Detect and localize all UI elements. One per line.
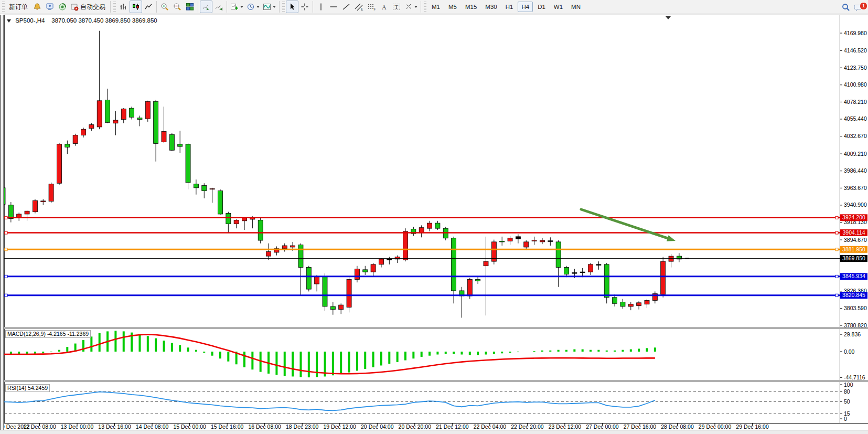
zoom-out-icon bbox=[173, 3, 181, 11]
market-watch-button[interactable] bbox=[44, 1, 56, 13]
svg-text:16 Dec 08:00: 16 Dec 08:00 bbox=[248, 424, 281, 430]
zoom-out-button[interactable] bbox=[171, 1, 184, 13]
new-chart-button[interactable] bbox=[229, 1, 245, 13]
svg-text:28 Dec 08:00: 28 Dec 08:00 bbox=[661, 424, 694, 430]
channel-icon: E bbox=[355, 3, 363, 11]
status-strip bbox=[0, 430, 868, 434]
svg-text:4100.980: 4100.980 bbox=[844, 81, 867, 88]
trendline-button[interactable] bbox=[340, 1, 352, 13]
toolbar-separator bbox=[279, 1, 280, 13]
svg-text:3904.114: 3904.114 bbox=[842, 229, 865, 236]
tile-windows-icon bbox=[186, 3, 194, 11]
period-button-H1[interactable]: H1 bbox=[502, 2, 517, 12]
indicators-icon bbox=[263, 3, 271, 11]
chart-menu-triangle-icon[interactable] bbox=[7, 19, 11, 23]
new-order-label: 新订单 bbox=[7, 3, 29, 12]
period-button-MN[interactable]: MN bbox=[567, 2, 584, 12]
period-button-M1[interactable]: M1 bbox=[428, 2, 444, 12]
chevron-down-icon bbox=[414, 6, 417, 8]
alert-button[interactable] bbox=[31, 1, 44, 13]
svg-text:29 Dec 16:00: 29 Dec 16:00 bbox=[736, 424, 769, 430]
svg-text:3986.440: 3986.440 bbox=[844, 167, 867, 174]
svg-text:22 Dec 20:00: 22 Dec 20:00 bbox=[511, 424, 544, 430]
navigator-button[interactable] bbox=[56, 1, 69, 13]
alert-icon bbox=[33, 3, 41, 11]
vertical-line-icon bbox=[317, 3, 325, 11]
svg-text:13 Dec 16:00: 13 Dec 16:00 bbox=[98, 424, 131, 430]
line-chart-button[interactable] bbox=[142, 1, 155, 13]
candlestick-icon bbox=[132, 3, 140, 11]
toolbar-grip bbox=[2, 2, 5, 12]
svg-text:3845.934: 3845.934 bbox=[842, 273, 865, 279]
fibonacci-button[interactable]: F bbox=[365, 1, 378, 13]
svg-text:27 Dec 00:00: 27 Dec 00:00 bbox=[586, 424, 619, 430]
period-button-H4[interactable]: H4 bbox=[518, 2, 533, 12]
svg-text:3780.820: 3780.820 bbox=[844, 322, 867, 329]
toolbar-grip bbox=[424, 2, 426, 12]
bar-chart-button[interactable] bbox=[117, 1, 130, 13]
svg-text:20 Dec 04:00: 20 Dec 04:00 bbox=[361, 424, 394, 430]
svg-text:100: 100 bbox=[844, 382, 853, 388]
horizontal-line-icon bbox=[329, 3, 338, 11]
new-order-button[interactable]: 新订单 bbox=[6, 1, 31, 13]
svg-text:4009.210: 4009.210 bbox=[844, 151, 867, 157]
horizontal-line-button[interactable] bbox=[327, 1, 340, 13]
zoom-in-button[interactable] bbox=[158, 1, 171, 13]
market-watch-icon bbox=[46, 3, 54, 11]
svg-text:3940.900: 3940.900 bbox=[844, 202, 867, 208]
toolbar-separator bbox=[421, 1, 421, 13]
chart-canvas[interactable]: 4169.9804146.5204123.7504100.9804078.210… bbox=[0, 0, 868, 434]
line-chart-icon bbox=[144, 3, 153, 11]
indicators-button[interactable] bbox=[261, 1, 277, 13]
cursor-icon bbox=[288, 3, 296, 11]
autotrading-button[interactable]: 自动交易 bbox=[69, 1, 109, 13]
notifications-button[interactable]: 1 bbox=[852, 1, 865, 14]
svg-text:3820.845: 3820.845 bbox=[842, 292, 865, 298]
candlestick-chart-button[interactable] bbox=[130, 1, 142, 13]
search-button[interactable] bbox=[840, 1, 852, 14]
svg-text:15 Dec 00:00: 15 Dec 00:00 bbox=[173, 424, 206, 430]
chart-shift-button[interactable] bbox=[212, 1, 225, 13]
period-button-W1[interactable]: W1 bbox=[550, 2, 566, 12]
svg-text:E: E bbox=[361, 7, 363, 11]
timeframes-button[interactable] bbox=[245, 1, 261, 13]
svg-text:50: 50 bbox=[844, 398, 850, 405]
toolbar-separator bbox=[227, 1, 227, 13]
svg-text:20 Dec 20:00: 20 Dec 20:00 bbox=[399, 424, 432, 430]
period-button-M30[interactable]: M30 bbox=[481, 2, 500, 12]
svg-text:29.836: 29.836 bbox=[844, 331, 861, 337]
ohlc-values: 3870.050 3870.450 3869.850 3869.850 bbox=[51, 17, 157, 24]
channel-button[interactable]: E bbox=[352, 1, 365, 13]
mt4-terminal: 新订单 自动交易 E F A T M1M5M bbox=[0, 0, 868, 434]
period-button-D1[interactable]: D1 bbox=[534, 2, 549, 12]
text-button[interactable]: A bbox=[378, 1, 390, 13]
svg-text:3894.670: 3894.670 bbox=[844, 237, 867, 243]
svg-text:4146.520: 4146.520 bbox=[844, 47, 867, 54]
chevron-down-icon bbox=[240, 6, 243, 8]
svg-text:29 Dec 00:00: 29 Dec 00:00 bbox=[699, 424, 732, 430]
svg-text:3924.200: 3924.200 bbox=[842, 214, 865, 220]
svg-text:14 Dec 08:00: 14 Dec 08:00 bbox=[136, 424, 169, 430]
crosshair-icon bbox=[301, 3, 309, 11]
tile-windows-button[interactable] bbox=[184, 1, 196, 13]
auto-scroll-button[interactable] bbox=[200, 1, 212, 13]
svg-text:22 Dec 04:00: 22 Dec 04:00 bbox=[474, 424, 507, 430]
svg-text:18 Dec 23:00: 18 Dec 23:00 bbox=[286, 424, 319, 430]
auto-scroll-icon bbox=[202, 3, 210, 11]
text-label-button[interactable]: T bbox=[390, 1, 403, 13]
period-button-M15[interactable]: M15 bbox=[462, 2, 480, 12]
chart-ohlc-title: SP500-,H4 3870.050 3870.450 3869.850 386… bbox=[7, 17, 157, 24]
toolbar-separator bbox=[198, 1, 198, 13]
arrow-objects-button[interactable] bbox=[403, 1, 419, 13]
autotrading-label: 自动交易 bbox=[79, 3, 107, 12]
cursor-button[interactable] bbox=[286, 1, 298, 13]
toolbar-separator bbox=[110, 1, 111, 13]
toolbar-grip bbox=[282, 2, 285, 12]
period-button-M5[interactable]: M5 bbox=[445, 2, 460, 12]
svg-text:80: 80 bbox=[844, 388, 850, 395]
rsi-indicator-label: RSI(14) 54.2459 bbox=[5, 384, 50, 392]
vertical-line-button[interactable] bbox=[315, 1, 327, 13]
crosshair-button[interactable] bbox=[298, 1, 311, 13]
timeframes-icon bbox=[247, 3, 255, 11]
search-icon bbox=[841, 3, 851, 12]
